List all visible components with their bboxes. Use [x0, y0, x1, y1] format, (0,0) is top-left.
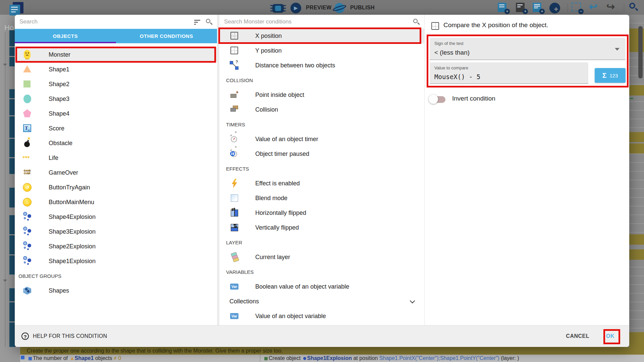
triangle-icon — [22, 64, 32, 75]
object-row-monster[interactable]: Monster — [15, 47, 217, 62]
add-subevent-icon: + — [516, 3, 527, 13]
toolbar-divider — [568, 3, 568, 12]
condition-row-boolean-value-of-an-object-variable[interactable]: VarBoolean value of an object variable — [219, 279, 424, 294]
object-row-shape3explosion[interactable]: Shape3Explosion — [15, 224, 217, 239]
timer-paused-icon — [230, 148, 239, 159]
object-row-shape1[interactable]: Shape1 — [15, 62, 217, 77]
search-icon — [206, 18, 212, 25]
objects-search-input[interactable] — [19, 18, 194, 25]
add-more-icon: + — [549, 3, 561, 13]
object-row-gameover[interactable]: GAMEOVERGameOver — [15, 165, 217, 180]
object-row-shape4explosion[interactable]: Shape4Explosion — [15, 209, 217, 224]
help-button[interactable]: ? HELP FOR THIS CONDITION — [21, 333, 107, 340]
objects-search-row — [15, 15, 217, 29]
lightning-icon — [230, 178, 239, 189]
preview-play-icon: ▶ — [290, 3, 301, 13]
value-to-compare-input[interactable]: Value to compare MouseX() - 5 — [430, 62, 588, 84]
condition-row-vertically-flipped[interactable]: ⇅Vertically flipped — [219, 220, 424, 235]
var-icon: Var — [230, 281, 239, 292]
square-icon — [22, 79, 32, 89]
condition-row-collision[interactable]: Collision — [219, 102, 424, 117]
accordion-collections[interactable]: Collections — [219, 294, 424, 309]
row-label: Shape1Explosion — [49, 258, 96, 265]
object-row-shape2explosion[interactable]: Shape2Explosion — [15, 239, 217, 254]
redo-icon: ↪ — [606, 1, 615, 12]
position-icon — [230, 45, 239, 56]
condition-row-current-layer[interactable]: Current layer — [219, 250, 424, 264]
publish-button: PUBLISH — [350, 5, 375, 11]
project-manager-icon-front — [9, 5, 20, 15]
events-scrollbar[interactable] — [638, 26, 643, 78]
condition-row-object-timer-paused[interactable]: Object timer paused — [219, 146, 424, 161]
tab-other-conditions[interactable]: OTHER CONDITIONS — [116, 29, 217, 43]
row-label: Shape3Explosion — [49, 228, 96, 235]
row-label: Current layer — [255, 254, 290, 261]
button-home-icon: ⌂ — [22, 197, 32, 207]
condition-row-x-position[interactable]: X position — [219, 28, 424, 43]
var-icon: Var — [230, 311, 239, 321]
row-label: Value of an object timer — [255, 136, 318, 143]
dialog-footer: ? HELP FOR THIS CONDITION CANCEL OK — [15, 325, 629, 347]
distance-icon: ? — [230, 60, 239, 71]
filter-icon[interactable] — [194, 19, 200, 24]
condition-row-blend-mode[interactable]: Blend mode — [219, 191, 424, 205]
ok-button[interactable]: OK — [606, 333, 614, 339]
sign-of-test-select[interactable]: Sign of the test < (less than) — [430, 38, 626, 60]
flip-v-icon: ⇅ — [230, 222, 239, 233]
publish-globe-icon — [334, 3, 344, 13]
tab-objects[interactable]: OBJECTS — [15, 29, 116, 43]
column-divider — [260, 354, 260, 362]
expression-editor-button[interactable]: Σ 123 — [595, 68, 626, 83]
condition-row-point-inside-object[interactable]: +Point inside object — [219, 87, 424, 102]
group-row-shapes[interactable]: Shapes — [15, 283, 217, 298]
object-row-shape4[interactable]: Shape4 — [15, 106, 217, 121]
row-label: Distance between two objects — [255, 62, 335, 69]
collision-icon — [230, 104, 239, 115]
object-row-obstacle[interactable]: Obstacle — [15, 136, 217, 150]
object-row-shape3[interactable]: Shape3 — [15, 92, 217, 106]
condition-row-horizontally-flipped[interactable]: ⇄Horizontally flipped — [219, 205, 424, 220]
object-row-life[interactable]: ♥♥♥Life — [15, 150, 217, 165]
condition-row-value-of-an-object-timer[interactable]: Value of an object timer — [219, 132, 424, 146]
cancel-button[interactable]: CANCEL — [566, 333, 589, 339]
debugger-icon — [272, 4, 284, 13]
chevron-down-icon — [615, 48, 620, 51]
bomb-icon — [22, 138, 32, 148]
row-label: Shape2 — [49, 81, 69, 88]
object-row-score[interactable]: TxScore — [15, 121, 217, 136]
object-row-buttontryagain[interactable]: ↺ButtonTryAgain — [15, 180, 217, 195]
object-row-buttonmainmenu[interactable]: ⌂ButtonMainMenu — [15, 195, 217, 209]
row-label: Shape4 — [49, 110, 69, 117]
object-row-shape1explosion[interactable]: Shape1Explosion — [15, 254, 217, 268]
row-label: Shape1 — [49, 66, 69, 73]
event-row: The number of Shape1 objects ≠ 0 Create … — [20, 355, 644, 362]
section-header-effects: EFFECTS — [219, 161, 424, 176]
section-header-variables: VARIABLES — [219, 264, 424, 279]
remove-selection-icon: − — [572, 3, 583, 13]
condition-row-effect-is-enabled[interactable]: Effect is enabled — [219, 176, 424, 191]
condition-parameters-panel: Compare the X position of the object. Si… — [424, 15, 629, 325]
position-icon — [230, 31, 239, 41]
row-label: Life — [49, 155, 58, 162]
row-label: Collision — [255, 106, 278, 113]
object-groups-header: OBJECT GROUPS — [15, 268, 217, 283]
condition-row-value-of-an-object-variable[interactable]: VarValue of an object variable — [219, 309, 424, 323]
conditions-search-row — [219, 15, 424, 29]
explosion-icon — [22, 226, 32, 237]
invert-condition-label: Invert condition — [452, 95, 495, 102]
object-row-shape2[interactable]: Shape2 — [15, 77, 217, 92]
invert-condition-toggle-knob[interactable] — [429, 95, 438, 104]
layers-icon — [230, 252, 239, 262]
row-label: Y position — [255, 47, 282, 54]
pentagon-icon — [22, 108, 32, 119]
condition-row-distance-between-two-objects[interactable]: ?Distance between two objects — [219, 58, 424, 73]
panel-tabs: OBJECTS OTHER CONDITIONS — [15, 29, 217, 43]
row-label: X position — [255, 33, 282, 40]
timer-icon — [230, 134, 239, 144]
explosion-mini-icon — [303, 357, 306, 360]
condition-row-y-position[interactable]: Y position — [219, 43, 424, 58]
conditions-panel: X positionY position?Distance between tw… — [217, 15, 424, 325]
position-icon — [431, 21, 439, 30]
chevron-down-icon — [410, 298, 415, 304]
conditions-search-input[interactable] — [224, 18, 413, 25]
